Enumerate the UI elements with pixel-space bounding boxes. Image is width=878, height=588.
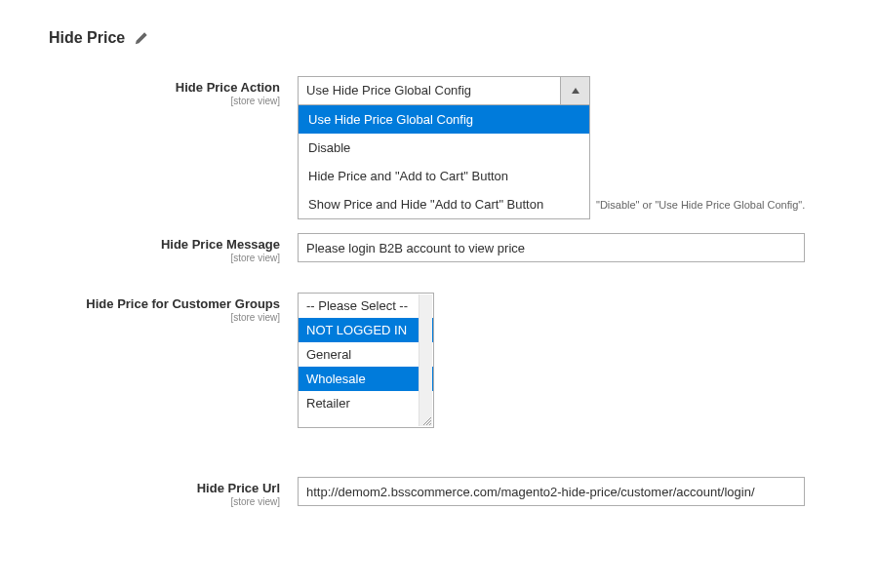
url-label: Hide Price Url [49,481,280,495]
groups-scope: [store view] [49,312,280,323]
groups-label: Hide Price for Customer Groups [49,296,280,311]
action-label: Hide Price Action [49,80,280,95]
action-option[interactable]: Show Price and Hide "Add to Cart" Button [299,190,589,218]
url-scope: [store view] [49,496,280,507]
url-input[interactable] [298,477,805,506]
section-title: Hide Price [49,29,125,47]
groups-multiselect[interactable]: -- Please Select --NOT LOGGED INGeneralW… [298,293,434,428]
action-option[interactable]: Hide Price and "Add to Cart" Button [299,162,589,190]
groups-option[interactable]: General [299,342,433,367]
action-select[interactable]: Use Hide Price Global Config [298,76,561,105]
scrollbar[interactable] [419,294,432,426]
action-scope: [store view] [49,96,280,106]
action-help-text: "Disable" or "Use Hide Price Global Conf… [596,199,805,211]
message-scope: [store view] [49,253,280,263]
message-label: Hide Price Message [49,237,280,252]
chevron-up-icon [572,88,579,94]
action-dropdown: Use Hide Price Global ConfigDisableHide … [298,104,590,219]
action-option[interactable]: Disable [299,134,589,162]
pencil-icon[interactable] [135,31,148,45]
resize-handle-icon[interactable] [423,417,431,425]
action-option[interactable]: Use Hide Price Global Config [299,105,589,134]
groups-option[interactable]: NOT LOGGED IN [299,318,433,342]
groups-option[interactable]: Wholesale [299,367,433,391]
groups-option[interactable]: Retailer [299,391,433,415]
message-input[interactable] [298,233,805,262]
groups-option[interactable]: -- Please Select -- [299,294,433,318]
action-select-toggle[interactable] [561,76,590,105]
